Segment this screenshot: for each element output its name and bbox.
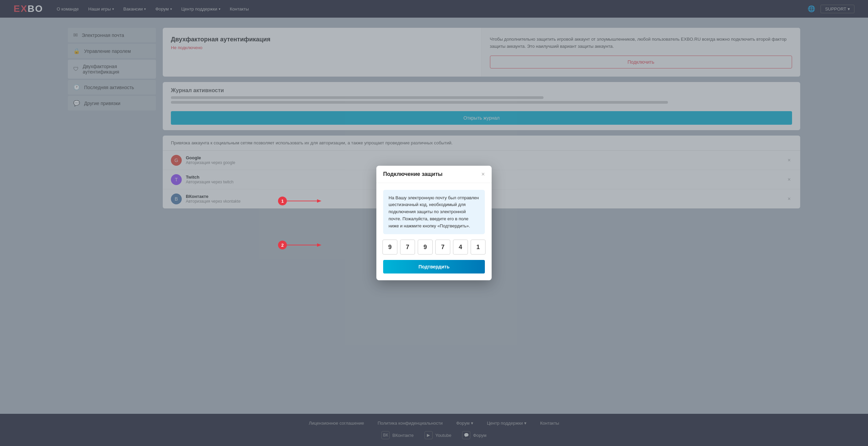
annotation-1-arrow: [278, 196, 322, 206]
annotation-1-group: 1: [278, 196, 322, 206]
modal-info-text: На Вашу электронную почту был отправлен …: [389, 195, 479, 230]
code-input-group: [383, 240, 485, 255]
annotation-2-group: 2: [278, 240, 322, 250]
code-digit-5[interactable]: [453, 240, 468, 255]
modal-info-box: На Вашу электронную почту был отправлен …: [383, 190, 485, 235]
svg-marker-3: [317, 243, 321, 247]
annotation-2-arrow: [278, 240, 322, 250]
code-digit-6[interactable]: [471, 240, 486, 255]
svg-marker-1: [317, 199, 321, 203]
modal-header: Подключение защиты ×: [376, 166, 492, 183]
modal-close-button[interactable]: ×: [481, 171, 485, 177]
confirm-button[interactable]: Подтвердить: [383, 260, 485, 273]
modal-title: Подключение защиты: [383, 171, 442, 177]
modal-body: На Вашу электронную почту был отправлен …: [376, 183, 492, 281]
code-digit-3[interactable]: [418, 240, 433, 255]
modal-overlay[interactable]: Подключение защиты × На Вашу электронную…: [0, 0, 868, 446]
protection-modal: Подключение защиты × На Вашу электронную…: [376, 166, 492, 281]
code-digit-1[interactable]: [382, 240, 397, 255]
code-digit-4[interactable]: [435, 240, 450, 255]
code-digit-2[interactable]: [400, 240, 415, 255]
